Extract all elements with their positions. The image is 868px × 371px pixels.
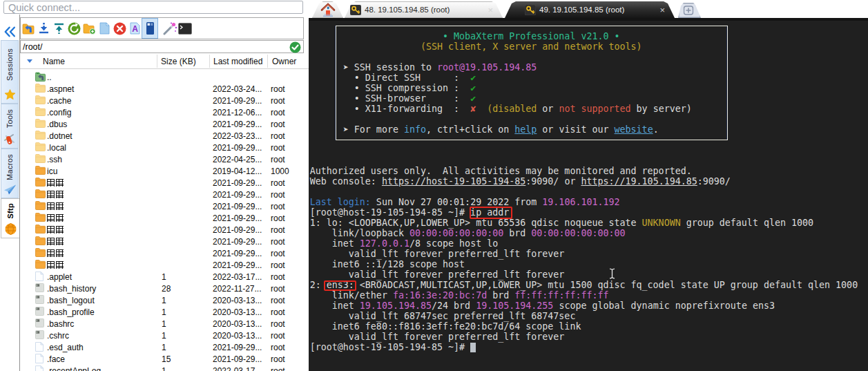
- file-modified: 2021-09-29...: [213, 249, 262, 258]
- column-header-owner[interactable]: Owner: [272, 57, 296, 66]
- tab-home[interactable]: [312, 1, 343, 18]
- file-row[interactable]: 2021-09-29...root: [20, 236, 309, 247]
- file-owner: root: [271, 155, 285, 164]
- sidebar-tab-tools[interactable]: Tools: [1, 104, 19, 149]
- file-row[interactable]: icu2019-04-12...1000: [20, 165, 309, 177]
- terminal-text-segment: , ctrl+click on: [426, 124, 514, 135]
- file-row[interactable]: .bash_logout12020-03-13...root: [20, 294, 309, 306]
- terminal-line: inet6 fe80::f816:3eff:fe20:bc7d/64 scope…: [310, 321, 858, 332]
- file-row[interactable]: .face152021-09-29...root: [20, 353, 309, 365]
- file-name: [47, 237, 64, 247]
- file-modified: 2022-04-25...: [213, 155, 262, 164]
- terminal-text-segment: • MobaXterm Professional v21.0 •: [443, 31, 619, 41]
- file-row[interactable]: 2021-09-29...root: [20, 259, 309, 271]
- current-path[interactable]: /root/: [23, 42, 43, 52]
- file-row[interactable]: .esd_auth12021-09-29...root: [20, 341, 309, 353]
- terminal-line: 2: ens3: <BROADCAST,MULTICAST,UP,LOWER_U…: [310, 280, 858, 290]
- file-row[interactable]: .dotnet2022-03-23...root: [20, 130, 309, 142]
- new-file-button[interactable]: [97, 19, 112, 38]
- file-row[interactable]: .local2021-09-29...root: [20, 142, 309, 153]
- sort-descending-icon[interactable]: [27, 59, 32, 63]
- refresh-button[interactable]: [66, 19, 81, 38]
- sidebar-tab-sessions[interactable]: Sessions: [1, 40, 19, 104]
- terminal-text-segment: link/loopback: [310, 228, 409, 238]
- terminal-text-segment: help: [514, 124, 537, 135]
- folder-icon: [35, 189, 46, 199]
- file-owner: root: [271, 84, 285, 94]
- file-row[interactable]: .applet12022-03-17...root: [20, 271, 309, 283]
- collapse-sidebar-button[interactable]: [3, 26, 17, 38]
- new-folder-button[interactable]: [81, 19, 97, 38]
- file-owner: 1000: [271, 167, 289, 176]
- file-row[interactable]: .bashrc12020-03-13...root: [20, 318, 309, 330]
- terminal-button[interactable]: [177, 19, 193, 38]
- terminal-line: • X11-forwarding : ✘ (disabled or not su…: [310, 104, 858, 114]
- folder-icon: [35, 225, 46, 234]
- file-row[interactable]: .cache2021-09-29...root: [20, 95, 309, 106]
- file-name: .bash_profile: [47, 307, 95, 317]
- terminal-line: [310, 187, 858, 197]
- file-row[interactable]: 2021-09-29...root: [20, 189, 309, 200]
- upload-button[interactable]: [51, 19, 66, 38]
- column-header-size[interactable]: Size (KB): [161, 57, 196, 66]
- file-size: 1: [162, 319, 166, 329]
- file-modified: 2021-09-29...: [213, 237, 262, 247]
- terminal-output: • MobaXterm Professional v21.0 • (SSH cl…: [310, 31, 858, 352]
- close-tab-icon[interactable]: ×: [488, 6, 493, 15]
- file-name: .cshrc: [47, 331, 69, 341]
- quick-connect-input[interactable]: [3, 1, 303, 14]
- file-row[interactable]: 2021-09-29...root: [20, 212, 309, 224]
- file-size: 1: [162, 307, 166, 317]
- tab-session-1[interactable]: 48. 19.105.194.85 (root)×: [345, 1, 503, 18]
- file-row[interactable]: .dbus2021-09-29...root: [20, 118, 309, 130]
- terminal-text-segment: [root@host-19-105-194-85 ~]#: [310, 342, 470, 352]
- column-separator: [209, 55, 210, 68]
- file-row[interactable]: .bash_profile12020-03-13...root: [20, 306, 309, 318]
- file-row[interactable]: 2021-09-29...root: [20, 177, 309, 189]
- file-owner: root: [271, 96, 285, 106]
- file-row[interactable]: .ssh2022-04-25...root: [20, 153, 309, 165]
- file-row[interactable]: .cshrc12020-03-13...root: [20, 330, 309, 341]
- download-button[interactable]: [36, 19, 51, 38]
- terminal-text-segment: 127.0.0.1: [360, 238, 409, 249]
- file-row[interactable]: .bash_history282022-11-27...root: [20, 283, 309, 294]
- close-tab-icon[interactable]: ×: [659, 6, 665, 15]
- terminal-text-segment: 1: lo: <LOOPBACK,UP,LOWER_UP> mtu 65536 …: [310, 218, 642, 228]
- terminal-line: inet 19.105.194.85/24 brd 19.105.194.255…: [310, 301, 858, 311]
- file-row[interactable]: .aspnet2022-03-24...root: [20, 83, 309, 95]
- new-folder-icon: [83, 23, 96, 35]
- terminal-text-segment: inet: [310, 301, 360, 311]
- sidebar-tab-sftp[interactable]: Sftp: [1, 198, 19, 238]
- file-modified: 2022-03-17...: [213, 366, 262, 371]
- folder-up-button[interactable]: [21, 19, 36, 38]
- new-tab-button[interactable]: [678, 3, 701, 18]
- terminal-text-segment: (disabled: [487, 104, 537, 114]
- terminal-line: [310, 155, 858, 166]
- delete-button[interactable]: [112, 19, 127, 38]
- file-owner: root: [271, 178, 285, 188]
- terminal[interactable]: • MobaXterm Professional v21.0 • (SSH cl…: [309, 21, 868, 371]
- file-row[interactable]: 2021-09-29...root: [20, 200, 309, 212]
- file-row[interactable]: ..: [20, 71, 309, 83]
- file-row[interactable]: .config2021-12-06...root: [20, 106, 309, 118]
- file-modified: 2022-03-17...: [213, 272, 262, 282]
- file-table: Name Size (KB) Last modified Owner ...as…: [20, 53, 309, 371]
- mouse-ibeam-cursor: [608, 268, 617, 279]
- magic-wand-button[interactable]: [162, 19, 177, 38]
- terminal-line: inet 127.0.0.1/8 scope host lo: [310, 238, 858, 249]
- terminal-line: link/loopback 00:00:00:00:00:00 brd 00:0…: [310, 228, 858, 238]
- folder-icon: [35, 178, 46, 187]
- file-name: .face: [47, 354, 65, 364]
- column-header-name[interactable]: Name: [43, 57, 65, 66]
- file-owner: root: [271, 366, 285, 371]
- panel-view-button[interactable]: [142, 19, 157, 38]
- terminal-text-segment: ✘: [470, 104, 476, 114]
- file-row[interactable]: 2021-09-29...root: [20, 224, 309, 236]
- sidebar-tab-macros[interactable]: Macros: [1, 149, 19, 198]
- file-owner: root: [271, 108, 285, 117]
- column-header-modified[interactable]: Last modified: [213, 57, 262, 66]
- file-row[interactable]: .recentAppLog12022-03-17...root: [20, 365, 309, 371]
- rename-button[interactable]: A: [127, 19, 142, 38]
- file-row[interactable]: 2021-09-29...root: [20, 247, 309, 259]
- tab-session-2[interactable]: 49. 19.105.194.85 (root)×: [505, 1, 675, 18]
